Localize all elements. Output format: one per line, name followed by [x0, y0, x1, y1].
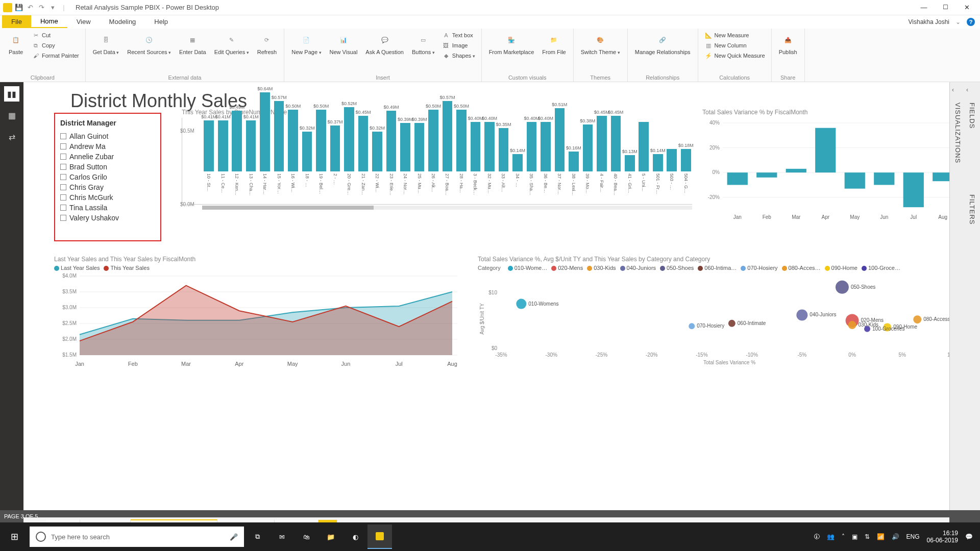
tray-volume-icon[interactable]: 🔊	[892, 533, 899, 540]
slicer-item[interactable]: Valery Ushakov	[60, 213, 155, 223]
refresh-button[interactable]: ⟳Refresh	[255, 31, 279, 57]
buttons-button[interactable]: ▭Buttons	[410, 31, 437, 57]
tab-view[interactable]: View	[67, 15, 100, 28]
chart-last-this-year[interactable]: Last Year Sales and This Year Sales by F…	[54, 256, 462, 388]
bar[interactable]: $0.39M25 - Mu…	[413, 117, 425, 204]
bar[interactable]: $0.13M41 - Gri…	[624, 149, 636, 204]
ask-question-button[interactable]: 💬Ask A Question	[363, 31, 406, 57]
bar[interactable]: $0.40M35 - Sha…	[525, 116, 537, 204]
tab-home[interactable]: Home	[31, 15, 67, 28]
tab-modeling[interactable]: Modeling	[100, 15, 145, 28]
checkbox-icon[interactable]	[60, 194, 66, 201]
tray-notifications-icon[interactable]: 💬	[965, 533, 973, 540]
bar[interactable]: $0.57M27 - Boa…	[441, 95, 453, 204]
switch-theme-button[interactable]: 🎨Switch Theme	[579, 31, 622, 57]
bar[interactable]	[815, 128, 836, 172]
bar[interactable]: $0.38M39 - Mo…	[581, 118, 594, 204]
bar[interactable]: $0.64M14 - Har…	[259, 86, 271, 204]
chart-scrollbar[interactable]	[202, 206, 692, 210]
bar[interactable]: 5 - Uni…	[638, 121, 650, 204]
image-button[interactable]: 🖼Image	[441, 41, 476, 50]
chart-scatter-category[interactable]: Total Sales Variance %, Avg $/Unit TY an…	[478, 256, 963, 388]
legend-item[interactable]: 020-Mens	[551, 265, 583, 271]
bar[interactable]: $0.45M21 - Zan…	[357, 110, 369, 204]
bubble[interactable]	[848, 321, 856, 329]
bar[interactable]: $0.37M2 - …	[329, 119, 341, 204]
tray-chevron-icon[interactable]: ˄	[842, 533, 845, 540]
bubble[interactable]	[913, 315, 921, 323]
checkbox-icon[interactable]	[60, 215, 66, 221]
start-button[interactable]: ⊞	[0, 531, 29, 542]
chart-variance-by-month[interactable]: Total Sales Variance % by FiscalMonth 40…	[702, 109, 963, 246]
chrome-icon[interactable]: ◐	[343, 524, 368, 549]
bar[interactable]: $0.39M24 - Nor…	[399, 117, 411, 204]
help-icon[interactable]: ?	[967, 18, 975, 26]
report-view-icon[interactable]: ▮▮	[4, 86, 19, 102]
bar[interactable]: $0.41M13 - Cha…	[244, 114, 257, 204]
get-data-button[interactable]: 🗄Get Data	[91, 31, 121, 57]
bar[interactable]: $0.45M40 - Bea…	[609, 110, 622, 204]
legend-item[interactable]: 040-Juniors	[620, 265, 656, 271]
bar[interactable]	[874, 172, 894, 185]
maximize-button[interactable]: ☐	[939, 4, 951, 11]
bar[interactable]: $0.50M16 - Wi…	[287, 104, 299, 204]
bubble[interactable]	[796, 310, 807, 321]
legend-item[interactable]: 010-Wome…	[508, 265, 548, 271]
bar[interactable]: 503 - …	[666, 148, 678, 204]
mail-icon[interactable]: ✉	[270, 524, 294, 549]
new-quick-measure-button[interactable]: ⚡New Quick Measure	[703, 51, 766, 60]
bar[interactable]: $0.32M18 - …	[301, 126, 313, 204]
format-painter-button[interactable]: 🖌Format Painter	[31, 51, 80, 60]
new-visual-button[interactable]: 📊New Visual	[328, 31, 360, 57]
bar[interactable]	[845, 172, 865, 189]
bar[interactable]: $0.32M22 - Wi…	[371, 126, 383, 204]
checkbox-icon[interactable]	[60, 174, 66, 180]
shapes-button[interactable]: ◆Shapes	[441, 51, 476, 60]
checkbox-icon[interactable]	[60, 184, 66, 190]
minimize-button[interactable]: —	[918, 4, 930, 11]
legend-item[interactable]: 060-Intima…	[698, 265, 737, 271]
tray-language[interactable]: ENG	[906, 533, 920, 540]
task-view-icon[interactable]: ⧉	[245, 524, 270, 549]
bar[interactable]: $0.16M38 - Lexi…	[568, 145, 580, 204]
bubble[interactable]	[864, 326, 870, 332]
slicer-item[interactable]: Brad Sutton	[60, 162, 155, 172]
chart-sales-by-store[interactable]: This Year Sales by StoreNumberName $0.5M…	[182, 109, 692, 246]
from-file-button[interactable]: 📁From File	[540, 31, 568, 57]
model-view-icon[interactable]: ⇄	[4, 129, 19, 144]
legend-item[interactable]: 090-Home	[825, 265, 857, 271]
district-manager-slicer[interactable]: District Manager Allan GuinotAndrew MaAn…	[54, 113, 161, 241]
bar[interactable]: $0.14M34 - …	[511, 148, 524, 204]
new-column-button[interactable]: ▥New Column	[703, 41, 766, 50]
copy-button[interactable]: ⧉Copy	[31, 41, 80, 50]
paste-button[interactable]: 📋Paste	[5, 31, 27, 57]
save-icon[interactable]: 💾	[14, 3, 23, 12]
recent-sources-button[interactable]: 🕓Recent Sources	[125, 31, 173, 57]
checkbox-icon[interactable]	[60, 205, 66, 211]
chevron-down-icon[interactable]: ⌄	[955, 18, 961, 26]
legend-item[interactable]: This Year Sales	[104, 265, 149, 271]
tray-network-icon[interactable]: ⇅	[865, 533, 870, 540]
bar[interactable]	[727, 172, 748, 185]
checkbox-icon[interactable]	[60, 154, 66, 160]
close-button[interactable]: ✕	[961, 4, 973, 11]
bar[interactable]: $0.57M15 - Yor…	[273, 95, 285, 204]
slicer-item[interactable]: Allan Guinot	[60, 131, 155, 141]
publish-button[interactable]: 📤Publish	[777, 31, 799, 57]
taskbar-search[interactable]: Type here to search 🎤	[30, 527, 244, 547]
bar[interactable]	[903, 172, 924, 207]
tray-clock[interactable]: 16:19 06-06-2019	[927, 530, 958, 544]
bar[interactable]: $0.52M20 - Gre…	[343, 101, 355, 204]
bubble[interactable]	[836, 281, 849, 294]
undo-icon[interactable]: ↶	[26, 3, 35, 12]
bar[interactable]: $0.40M36 - Be…	[540, 116, 552, 204]
slicer-item[interactable]: Tina Lassila	[60, 203, 155, 213]
panel-visualizations[interactable]: VISUALIZATIONS	[954, 103, 962, 163]
manage-relationships-button[interactable]: 🔗Manage Relationships	[633, 31, 693, 57]
mic-icon[interactable]: 🎤	[230, 533, 238, 541]
bar[interactable]	[756, 172, 777, 178]
collapse-fields-icon[interactable]: ‹	[966, 86, 968, 93]
new-measure-button[interactable]: 📐New Measure	[703, 31, 766, 40]
panel-filters[interactable]: FILTERS	[968, 194, 976, 225]
bar[interactable]: $0.49M12 - Ken…	[231, 105, 243, 204]
